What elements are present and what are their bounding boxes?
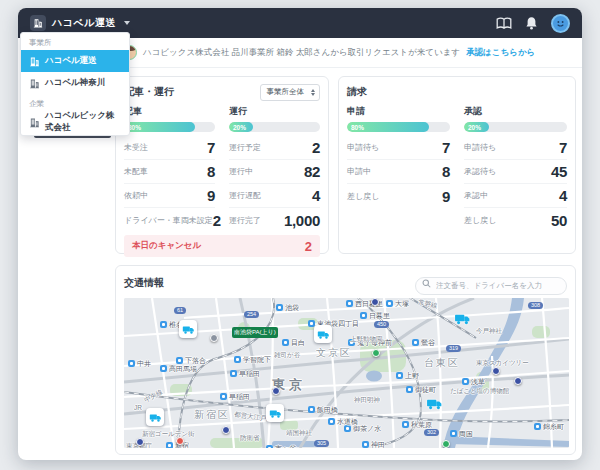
today-cancel-banner[interactable]: 本日のキャンセル 2: [124, 235, 320, 257]
stat-row: 運行予定2: [229, 136, 320, 160]
dropdown-item-option[interactable]: ハコベル神奈川: [21, 72, 129, 94]
truck-marker[interactable]: [146, 408, 164, 426]
station-badge-icon: [462, 378, 469, 385]
map-label: 新宿区: [194, 408, 230, 422]
route-shield: 305: [314, 440, 329, 447]
stat-row: 未受注7: [124, 136, 215, 160]
progress-fill: 80%: [124, 122, 195, 132]
stat-label: 依頼中: [124, 190, 148, 201]
dropdown-item-option[interactable]: ハコベルビック株式会社: [21, 111, 129, 133]
office-scope-select[interactable]: 事業所全体: [260, 84, 321, 101]
route-shield: 254: [244, 311, 259, 318]
stat-value: 4: [559, 187, 567, 204]
truck-marker[interactable]: [424, 393, 444, 413]
building-icon: [30, 15, 46, 31]
stat-row: 申請中8: [347, 160, 450, 184]
map-pin[interactable]: [222, 426, 230, 434]
map-label: 上野動物園: [350, 335, 383, 344]
map-label: 飯田橋: [308, 405, 338, 415]
notifications-bell-icon[interactable]: [525, 16, 538, 30]
stat-value: 2: [312, 139, 320, 156]
stat-column-title: 配車: [124, 105, 215, 120]
progress-fill: 20%: [464, 122, 489, 132]
user-avatar[interactable]: [551, 14, 570, 33]
map-label: 錦糸町: [534, 422, 564, 432]
search-input[interactable]: [415, 277, 567, 295]
station-badge-icon: [362, 441, 369, 448]
stat-column: 承認20%申請待ち7承認待ち45承認中4差し戻し50: [464, 105, 567, 232]
progress-percent-label: 20%: [464, 124, 481, 131]
stat-label: ドライバー・車両未設定: [124, 215, 213, 226]
station-badge-icon: [220, 393, 227, 400]
route-shield: 308: [528, 302, 543, 309]
map-label: 水道橋: [328, 417, 358, 427]
stat-label: 承認中: [464, 190, 488, 201]
stat-label: 申請待ち: [347, 142, 379, 153]
org-switcher-button[interactable]: ハコベル運送: [30, 15, 130, 31]
stat-value: 1,000: [284, 212, 320, 229]
map-pin[interactable]: [176, 437, 184, 445]
map-pin[interactable]: [272, 387, 280, 395]
driver-search: [415, 274, 567, 292]
stat-row: 差し戻し9: [347, 184, 450, 208]
map-label: 防衛省: [240, 434, 260, 443]
dispatch-columns: 配車80%未受注7未配車8依頼中9ドライバー・車両未設定2運行20%運行予定2運…: [124, 105, 320, 232]
stat-row: 承認中4: [464, 184, 567, 208]
stat-label: 未配車: [124, 166, 148, 177]
chevron-down-icon: [124, 21, 130, 25]
station-badge-icon: [450, 430, 457, 437]
progress-fill: 80%: [347, 122, 429, 132]
stat-label: 差し戻し: [347, 191, 379, 202]
map-pin[interactable]: [210, 334, 218, 342]
org-dropdown: 事業所ハコベル運送ハコベル神奈川企業ハコベルビック株式会社: [20, 32, 130, 136]
map-pin[interactable]: [442, 440, 450, 448]
billing-card-title: 請求: [347, 85, 367, 99]
station-badge-icon: [328, 418, 335, 425]
map-pin[interactable]: [514, 377, 522, 385]
map-label: たばこと塩の博物館: [450, 387, 509, 396]
dropdown-item-label: ハコベル神奈川: [45, 77, 105, 89]
map-label: 台東区: [424, 356, 460, 370]
map-label: 中井: [128, 359, 151, 369]
dropdown-item-selected[interactable]: ハコベル運送: [21, 50, 129, 72]
app-title: ハコベル運送: [52, 16, 116, 30]
truck-marker[interactable]: [179, 320, 197, 338]
truck-marker[interactable]: [314, 325, 332, 343]
highway-pa-badge: 南池袋PA(上り): [232, 327, 278, 338]
dispatch-operation-card: 配車・運行 事業所全体 配車80%未受注7未配車8依頼中9ドライバー・車両未設定…: [115, 76, 329, 254]
map-label: 早稲田: [230, 369, 260, 379]
map-label: 神田: [362, 440, 385, 448]
map-pin[interactable]: [136, 438, 144, 446]
traffic-map[interactable]: 池袋大塚椎名町東池袋四丁目目白鬼子母神前学習院下下落合高田馬場中井早稲田早稲田雑…: [124, 298, 569, 448]
map-pin[interactable]: [371, 298, 379, 306]
map-label: 日暮里: [360, 311, 390, 321]
stat-value: 82: [304, 163, 320, 180]
notification-text: ハコビックス株式会社 品川事業所 箱鈴 太郎さんから取引リクエストが来ています: [143, 47, 460, 59]
station-badge-icon: [402, 421, 409, 428]
map-pin[interactable]: [492, 367, 500, 375]
stat-label: 運行完了: [229, 215, 261, 226]
approval-link[interactable]: 承認はこちらから: [466, 47, 535, 59]
cancel-banner-value: 2: [305, 239, 312, 254]
map-pin[interactable]: [372, 349, 380, 357]
stat-label: 運行遅配: [229, 190, 261, 201]
stat-value: 45: [551, 163, 567, 180]
map-label: 神田明神: [354, 396, 380, 405]
dropdown-item-label: ハコベル運送: [45, 55, 97, 67]
truck-marker[interactable]: [452, 308, 472, 328]
stat-value: 9: [207, 187, 215, 204]
stat-row: 依頼中9: [124, 184, 215, 208]
stat-row: 承認待ち45: [464, 160, 567, 184]
station-badge-icon: [176, 357, 183, 364]
stat-value: 8: [207, 163, 215, 180]
map-label: 大塚: [386, 299, 409, 309]
truck-marker[interactable]: [266, 404, 284, 422]
station-badge-icon: [308, 406, 315, 413]
stat-value: 9: [442, 188, 450, 205]
notification-bar: ハコビックス株式会社 品川事業所 箱鈴 太郎さんから取引リクエストが来ています …: [115, 38, 582, 68]
stat-value: 7: [207, 139, 215, 156]
map-label: 早稲田: [220, 392, 250, 402]
stat-value: 50: [551, 212, 567, 229]
docs-book-icon[interactable]: [496, 17, 512, 30]
route-shield: 450: [374, 321, 389, 328]
